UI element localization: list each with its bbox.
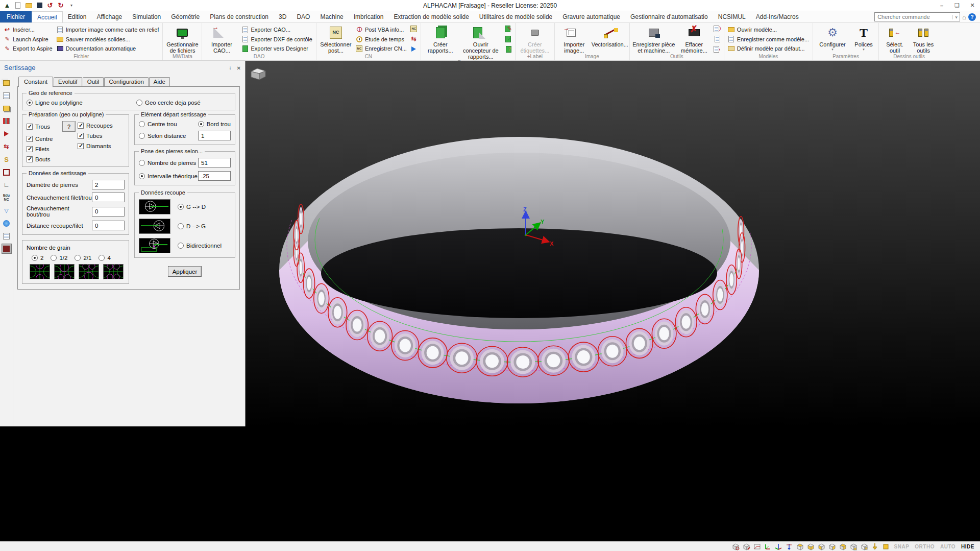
viewport-3d[interactable]: Z Y X	[246, 61, 980, 426]
tab-edition[interactable]: Edition	[63, 11, 92, 22]
work-plane-icon[interactable]	[753, 543, 762, 550]
panel-tab-evolutif[interactable]: Evolutif	[54, 77, 82, 86]
clear-memory-button[interactable]: Effacer mémoire...	[677, 25, 711, 54]
tab-affichage[interactable]: Affichage	[91, 11, 127, 22]
drop-z-icon[interactable]	[871, 543, 879, 550]
import-image-button[interactable]: → Importer image...	[557, 25, 591, 54]
radio-grain-2[interactable]: 2	[32, 255, 43, 261]
pin-icon[interactable]	[229, 64, 232, 70]
radio-nombre-pierres[interactable]: Nombre de pierres	[139, 160, 196, 166]
home-icon[interactable]	[962, 13, 966, 21]
vectorisation-button[interactable]: Vectorisation...	[593, 25, 627, 47]
tab-accueil[interactable]: Accueil	[32, 11, 63, 22]
tab-fichier[interactable]: Fichier	[0, 11, 32, 22]
tab-geometrie[interactable]: Géométrie	[166, 11, 205, 22]
transfer-icon[interactable]: ⇆	[2, 142, 11, 151]
view-bottom-icon[interactable]	[850, 543, 858, 550]
pocket-icon[interactable]	[2, 167, 11, 177]
select-tool-button[interactable]: ← Sélect. outil	[881, 25, 908, 54]
properties-icon[interactable]	[2, 91, 11, 100]
auto-indicator[interactable]: AUTO	[939, 544, 957, 549]
distance-input[interactable]	[198, 131, 231, 140]
preparation-help-button[interactable]: ?	[62, 121, 76, 132]
close-button[interactable]	[965, 0, 980, 11]
save-solids-button[interactable]: Sauver modèles solides...	[56, 35, 160, 44]
all-tools-button[interactable]: Tous les outils	[910, 25, 937, 54]
restore-button[interactable]	[949, 0, 965, 11]
check-centre[interactable]: Centre	[27, 136, 76, 142]
select-post-button[interactable]: NC Sélectionner post...	[319, 25, 353, 54]
zoom-extents-icon[interactable]	[743, 543, 751, 550]
sertissage-tool-icon[interactable]	[2, 244, 11, 253]
import-cao-button[interactable]: → Importer CAO...	[205, 25, 238, 54]
save-nc-button[interactable]: NCEnregistrer CN...	[355, 44, 408, 53]
solid-box-icon[interactable]	[2, 104, 11, 113]
redo-icon[interactable]: ↻	[57, 2, 65, 9]
radio-grain-4[interactable]: 4	[99, 255, 110, 261]
configure-button[interactable]: ⚙ Configurer	[816, 25, 849, 51]
axes-down-icon[interactable]	[786, 543, 794, 550]
radio-centre-trou[interactable]: Centre trou	[139, 121, 177, 127]
export-dxf-button[interactable]: Exporter DXF de contôle	[240, 35, 313, 44]
stock-icon[interactable]	[882, 543, 890, 550]
radio-g-d[interactable]: G --> D	[178, 204, 206, 210]
notes-icon[interactable]	[2, 231, 11, 241]
report-edit-icon[interactable]: ✎	[504, 25, 512, 33]
intervalle-input[interactable]	[198, 171, 231, 181]
open-file-icon[interactable]	[24, 2, 33, 9]
radio-bord-trou[interactable]: Bord trou	[198, 121, 231, 127]
report-help-icon[interactable]: ?	[504, 45, 512, 53]
save-part-machine-button[interactable]: Enregistrer pièce et machine...	[632, 25, 675, 54]
panel-tab-configuration[interactable]: Configuration	[104, 77, 148, 86]
globe-icon[interactable]	[2, 219, 11, 228]
export-aspire-button[interactable]: ✎Export to Aspire	[3, 44, 54, 53]
nc-sheet-icon[interactable]: NC	[410, 25, 418, 33]
pdf-user-icon[interactable]: ✎	[713, 45, 721, 53]
undo-icon[interactable]: ↺	[46, 2, 54, 9]
view-front-icon[interactable]	[807, 543, 815, 550]
nc-play-icon[interactable]	[410, 45, 418, 53]
radio-bidirectionnel[interactable]: Bidirectionnel	[178, 243, 222, 249]
post-vba-button[interactable]: ⓘPost VBA info...	[355, 25, 408, 34]
simulation-icon[interactable]	[2, 129, 11, 138]
inserer-button[interactable]: ↩Insérer...	[3, 25, 54, 34]
tab-utilitaires[interactable]: Utilitaires de modèle solide	[474, 11, 557, 22]
create-reports-button[interactable]: Créer rapports...	[424, 25, 457, 54]
fonts-button[interactable]: T Polices	[851, 25, 876, 51]
panel-close-icon[interactable]	[237, 64, 241, 71]
import-relief-button[interactable]: Importer image comme carte en relief	[56, 25, 160, 34]
tab-dao[interactable]: DAO	[291, 11, 315, 22]
ortho-indicator[interactable]: ORTHO	[913, 544, 936, 549]
search-dropdown-icon[interactable]	[952, 15, 960, 19]
export-cao-button[interactable]: Exporter CAO...	[240, 25, 313, 34]
view-back-icon[interactable]	[839, 543, 847, 550]
file-manager-button[interactable]: Gestionnaire de fichiers	[165, 25, 199, 54]
radio-geo-cercle[interactable]: Geo cercle deja posé	[136, 100, 201, 106]
filter-icon[interactable]: ▽	[2, 206, 11, 215]
command-search[interactable]	[874, 12, 960, 21]
launch-aspire-button[interactable]: ✎Launch Aspire	[3, 35, 54, 44]
drawing-area-lower[interactable]	[0, 426, 980, 541]
check-trous[interactable]: Trous	[27, 124, 50, 130]
tab-ncsimul[interactable]: NCSIMUL	[713, 11, 751, 22]
tab-3d[interactable]: 3D	[274, 11, 291, 22]
tab-gravure[interactable]: Gravure automatique	[557, 11, 625, 22]
radio-intervalle-theorique[interactable]: Intervalle théorique	[139, 173, 198, 179]
pdf-help-icon[interactable]: ?	[713, 35, 721, 43]
help-icon[interactable]	[968, 13, 976, 21]
tab-addins[interactable]: Add-Ins/Macros	[751, 11, 804, 22]
tab-imbrication[interactable]: Imbrication	[349, 11, 389, 22]
apply-button[interactable]: Appliquer	[168, 266, 202, 277]
tab-machine[interactable]: Machine	[315, 11, 348, 22]
radio-grain-2-1[interactable]: 2/1	[75, 255, 91, 261]
view-right-icon[interactable]	[828, 543, 837, 550]
check-diamants[interactable]: Diamants	[78, 143, 125, 149]
check-recoupes[interactable]: Recoupes	[78, 123, 125, 129]
command-search-input[interactable]	[875, 14, 952, 20]
panel-tab-outil[interactable]: Outil	[83, 77, 104, 86]
view-iso-icon[interactable]	[861, 543, 869, 550]
panel-tab-constant[interactable]: Constant	[18, 77, 53, 87]
auto-doc-button[interactable]: Documentation automatique	[56, 44, 160, 53]
axes-xyz-icon[interactable]	[775, 543, 783, 550]
radio-d-g[interactable]: D --> G	[178, 223, 206, 229]
